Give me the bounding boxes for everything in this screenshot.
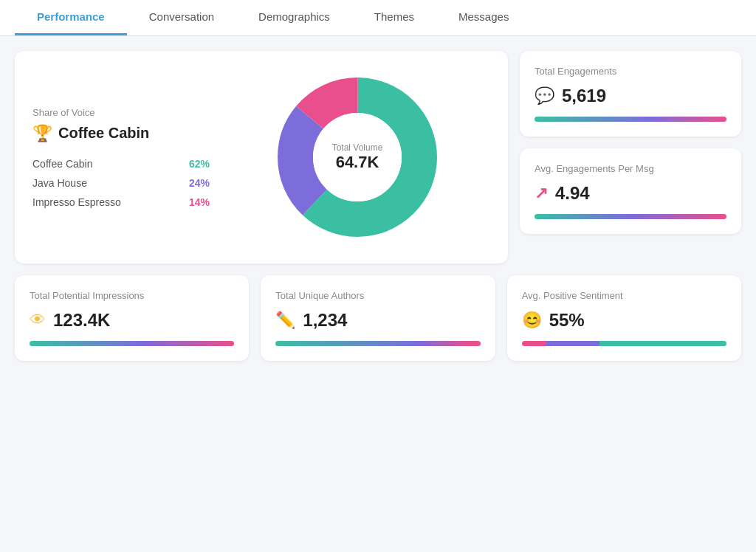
sentiment-bar [522,341,726,346]
total-engagements-value-row: 💬 5,619 [535,86,726,106]
avg-sentiment-card: Avg. Positive Sentiment 😊 55% [507,275,741,361]
avg-engagements-title: Avg. Engagements Per Msg [535,163,726,174]
sov-title: Share of Voice [32,107,210,118]
bottom-row: Total Potential Impressions 👁 123.4K Tot… [15,275,741,361]
sov-legend-item-2: Impresso Espresso 14% [32,196,210,208]
total-impressions-value: 123.4K [53,310,110,331]
sov-left-panel: Share of Voice 🏆 Coffee Cabin Coffee Cab… [32,107,210,208]
tab-themes[interactable]: Themes [352,0,436,35]
chat-icon: 💬 [535,86,554,106]
donut-center-value: 64.7K [332,153,383,172]
donut-container: Total Volume 64.7K [224,69,490,246]
right-column: Total Engagements 💬 5,619 Avg. Engagemen… [520,51,741,263]
avg-engagements-value-row: ↗ 4.94 [535,183,726,204]
avg-engagements-value: 4.94 [555,183,590,204]
tabs-bar: Performance Conversation Demographics Th… [0,0,756,36]
total-engagements-title: Total Engagements [535,66,726,77]
sov-legend-item-1: Java House 24% [32,177,210,189]
sov-legend-label-2: Impresso Espresso [32,196,121,208]
avg-engagements-card: Avg. Engagements Per Msg ↗ 4.94 [520,148,741,234]
sov-brand-row: 🏆 Coffee Cabin [32,124,210,143]
total-authors-title: Total Unique Authors [275,290,480,301]
total-authors-value-row: ✏️ 1,234 [275,310,480,331]
sov-legend-item-0: Coffee Cabin 62% [32,158,210,170]
total-impressions-value-row: 👁 123.4K [30,310,234,331]
trophy-icon: 🏆 [32,124,52,143]
avg-engagements-bar [535,214,726,219]
smiley-icon: 😊 [522,311,542,330]
donut-center-label: Total Volume [332,142,383,153]
share-of-voice-card: Share of Voice 🏆 Coffee Cabin Coffee Cab… [15,51,508,263]
sov-brand-name: Coffee Cabin [58,125,149,142]
tab-conversation[interactable]: Conversation [127,0,236,35]
sov-legend-label-1: Java House [32,177,87,189]
impressions-bar [30,341,234,346]
total-engagements-card: Total Engagements 💬 5,619 [520,51,741,137]
tab-messages[interactable]: Messages [436,0,531,35]
eye-icon: 👁 [30,311,46,330]
donut-center-text: Total Volume 64.7K [332,142,383,172]
arrow-up-right-icon: ↗ [535,184,548,203]
tab-demographics[interactable]: Demographics [236,0,352,35]
pencil-icon: ✏️ [275,311,295,330]
authors-bar [275,341,480,346]
sov-legend-pct-2: 14% [189,196,210,208]
tab-performance[interactable]: Performance [15,0,127,35]
avg-sentiment-value-row: 😊 55% [522,310,726,331]
sov-legend-pct-0: 62% [189,158,210,170]
total-authors-value: 1,234 [303,310,347,331]
avg-sentiment-value: 55% [549,310,585,331]
total-authors-card: Total Unique Authors ✏️ 1,234 [261,275,495,361]
sov-legend: Coffee Cabin 62% Java House 24% Impresso… [32,158,210,208]
main-content: Share of Voice 🏆 Coffee Cabin Coffee Cab… [0,36,756,376]
engagements-bar [535,117,726,122]
sov-legend-label-0: Coffee Cabin [32,158,92,170]
donut-chart: Total Volume 64.7K [269,69,446,246]
avg-sentiment-title: Avg. Positive Sentiment [522,290,726,301]
total-impressions-title: Total Potential Impressions [30,290,234,301]
total-engagements-value: 5,619 [562,86,606,106]
sov-legend-pct-1: 24% [189,177,210,189]
total-impressions-card: Total Potential Impressions 👁 123.4K [15,275,249,361]
